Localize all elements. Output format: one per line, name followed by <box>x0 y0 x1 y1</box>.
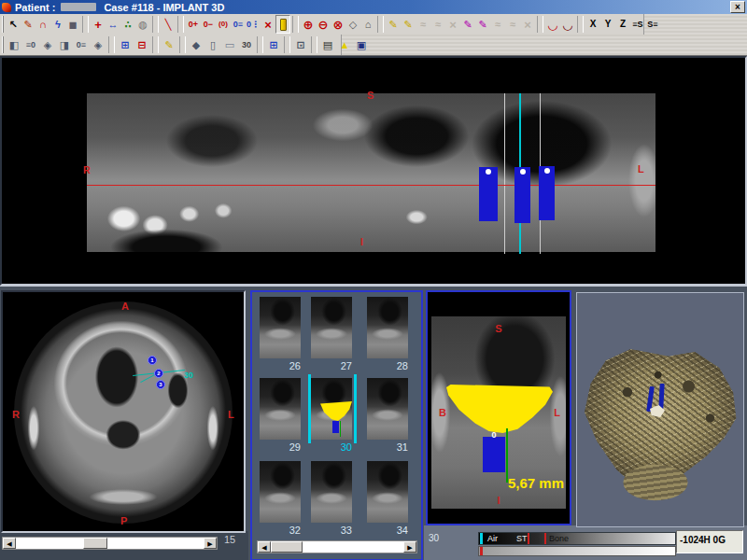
panoramic-view[interactable]: S R L I <box>0 56 747 286</box>
slice-range-bar-left[interactable] <box>308 374 311 443</box>
zoom-in-button[interactable]: ⊕ <box>301 15 316 34</box>
view-rect-button[interactable]: ▭ <box>221 35 238 54</box>
density-range-bar[interactable] <box>478 546 676 556</box>
slice-guide-line[interactable] <box>504 93 505 254</box>
profile-pencil-2-button[interactable]: ✎ <box>475 15 490 34</box>
print-button[interactable]: ▤ <box>319 35 336 54</box>
toolbar-grip[interactable] <box>2 16 4 33</box>
axial-scrollbar-thumb[interactable] <box>83 538 107 549</box>
volume-3d-view[interactable] <box>576 292 744 527</box>
scroll-right-button[interactable]: ▶ <box>403 541 416 553</box>
implant-marker-3[interactable]: 3 <box>156 380 165 389</box>
slice-number-label: 30 <box>311 441 352 453</box>
curve-tool-1-button[interactable]: ≈ <box>416 15 430 34</box>
slice-thumbnail-26[interactable] <box>260 297 301 358</box>
title-bar: Patient : Case #118 - IMPLANT 3D × <box>0 0 747 14</box>
curve-delete-2-button[interactable]: × <box>520 15 535 34</box>
scroll-left-button[interactable]: ◀ <box>3 538 16 549</box>
zoom-reset-button[interactable]: ⊗ <box>331 15 345 34</box>
view-panel-button[interactable]: ▯ <box>204 35 221 54</box>
density-scale-bar[interactable]: Air ST Bone <box>478 532 676 545</box>
pointer-button[interactable]: ↖ <box>6 15 21 34</box>
slice-thumbnail-34[interactable] <box>367 461 408 523</box>
grid-scrollbar-thumb[interactable] <box>271 541 303 553</box>
crosshair-tool-button[interactable]: + <box>91 15 106 34</box>
pano-arch-button[interactable]: ⌂ <box>360 15 375 34</box>
axial-view[interactable]: A R L P 1 2 3 30 <box>1 290 246 533</box>
lightning-tool-button[interactable]: ϟ <box>50 15 65 34</box>
curve-tool-4-button[interactable]: ≈ <box>505 15 520 34</box>
slice-thumbnail-27[interactable] <box>311 297 352 358</box>
save-button[interactable]: ▣ <box>353 35 370 54</box>
polyline-tool-button[interactable]: ∴ <box>120 15 135 34</box>
sinus-graft-delete-button[interactable]: ◡ <box>560 15 575 34</box>
view-diamond-button[interactable]: ◆ <box>188 35 204 54</box>
slice-thumbnail-30[interactable] <box>311 378 352 440</box>
axis-y-button[interactable]: Y <box>600 15 615 34</box>
slice-add-button[interactable]: ⊞ <box>117 35 134 54</box>
implant-shift-left-button[interactable]: ≡0 <box>22 35 39 54</box>
window-layout-button[interactable]: ⊡ <box>292 35 309 54</box>
axial-level-line[interactable] <box>87 185 655 186</box>
slice-remove-button[interactable]: ⊟ <box>134 35 150 54</box>
curve-delete-button[interactable]: × <box>445 15 460 34</box>
curve-tool-2-button[interactable]: ≈ <box>430 15 445 34</box>
slices-collapse-button[interactable]: ◈ <box>90 35 106 54</box>
curve-tool-3-button[interactable]: ≈ <box>490 15 505 34</box>
slice-thumbnail-32[interactable] <box>260 461 301 523</box>
slice-pencil-2-button[interactable]: ✎ <box>460 15 475 34</box>
slice-range-bar-right[interactable] <box>354 374 357 443</box>
implant-show-button[interactable] <box>275 15 290 34</box>
implant-add-button[interactable]: 0+ <box>186 15 201 34</box>
scroll-right-button[interactable]: ▶ <box>204 538 217 549</box>
panel-shift-right-button[interactable]: ◨ <box>56 35 73 54</box>
slice-thumbnail-31[interactable] <box>367 378 408 440</box>
slice-thumbnail-33[interactable] <box>311 461 352 523</box>
slice-pencil-button[interactable]: ✎ <box>386 15 401 34</box>
implant-cross-section[interactable] <box>483 437 505 472</box>
implant-2[interactable] <box>514 167 530 223</box>
implant-list-button[interactable]: 0≡ <box>231 15 246 34</box>
profile-pencil-button[interactable]: ✎ <box>401 15 416 34</box>
slice-thumbnail-29[interactable] <box>260 378 301 440</box>
implant-marker-1[interactable]: 1 <box>148 356 157 365</box>
implant-rotate-button[interactable]: (0) <box>216 15 231 34</box>
panoramic-ct-image[interactable] <box>87 93 655 252</box>
measure-tool-button[interactable]: ↔ <box>106 15 120 34</box>
implant-remove-button[interactable]: 0− <box>201 15 216 34</box>
implant-1[interactable] <box>479 167 498 221</box>
orientation-superior: S <box>428 324 570 334</box>
sinus-graft-button[interactable]: ◡ <box>545 15 560 34</box>
slices-spread-button[interactable]: ◈ <box>39 35 56 54</box>
angle-needle-tool-button[interactable]: ╲ <box>161 15 176 34</box>
mesh-tool-button[interactable]: ◍ <box>135 15 150 34</box>
edit-delete-tool-button[interactable]: ✎ <box>161 35 177 54</box>
polygon-select-button[interactable]: ◇ <box>345 15 360 34</box>
axis-x-button[interactable]: X <box>585 15 600 34</box>
slice-first-button[interactable]: ≡S <box>630 15 645 34</box>
implant-delete-button[interactable]: × <box>261 15 275 34</box>
implant-marker-2[interactable]: 2 <box>154 369 163 378</box>
view-3d-button[interactable]: 30 <box>238 35 255 54</box>
axis-z-button[interactable]: Z <box>615 15 630 34</box>
implant-rotate-icon: (0) <box>218 21 228 28</box>
implant-shift-right-button[interactable]: 0≡ <box>73 35 90 54</box>
slice-thumbnail-28[interactable] <box>367 297 408 358</box>
implant-3[interactable] <box>539 166 555 220</box>
layout-grid-button[interactable]: ⊞ <box>265 35 282 54</box>
scroll-left-button[interactable]: ◀ <box>258 541 271 553</box>
zoom-out-button[interactable]: ⊖ <box>316 15 331 34</box>
grid-scrollbar[interactable]: ◀ ▶ <box>257 540 417 553</box>
panel-shift-left-button[interactable]: ◧ <box>6 35 22 54</box>
toolbar-grip[interactable] <box>2 36 4 53</box>
box-3d-tool-button[interactable]: ◼ <box>65 15 80 34</box>
draw-pencil-button[interactable]: ✎ <box>21 15 35 34</box>
axial-scrollbar[interactable]: ◀ ▶ <box>2 537 218 550</box>
axial-ct-image[interactable] <box>14 301 233 524</box>
implant-params-button[interactable]: 0⋮ <box>246 15 261 34</box>
close-button[interactable]: × <box>730 1 745 13</box>
warning-button[interactable]: ▲ <box>336 35 353 54</box>
cross-section-detail-view[interactable]: 0 S B L I 5,67 mm <box>426 290 571 525</box>
arc-tool-button[interactable]: ∩ <box>35 15 50 34</box>
slice-last-button[interactable]: S≡ <box>645 15 660 34</box>
